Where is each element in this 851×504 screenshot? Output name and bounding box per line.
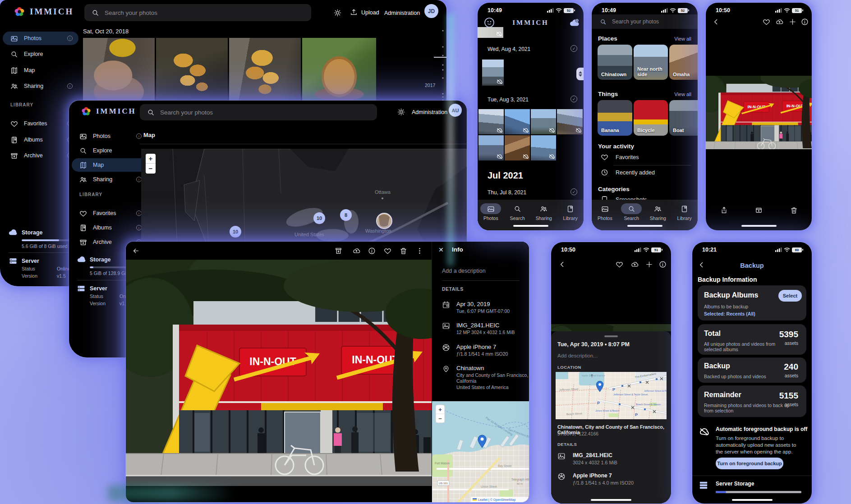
zoom-out-button[interactable]: − bbox=[146, 164, 156, 174]
home-indicator[interactable] bbox=[741, 225, 777, 227]
recently-added-row[interactable]: Recently added bbox=[601, 169, 655, 176]
kebab-menu-icon[interactable] bbox=[416, 247, 423, 255]
thing-card[interactable]: Boat bbox=[669, 100, 698, 136]
zoom-in-button[interactable]: + bbox=[438, 406, 442, 413]
photo-thumbnail[interactable] bbox=[478, 27, 503, 38]
places-view-all[interactable]: View all bbox=[674, 36, 691, 41]
nav-search[interactable]: Search bbox=[505, 203, 530, 221]
sidebar-item-archive[interactable]: Archivei bbox=[3, 149, 78, 162]
thing-card[interactable]: Bicycle bbox=[634, 100, 668, 136]
avatar[interactable]: JD bbox=[424, 4, 438, 18]
zoom-in-button[interactable]: + bbox=[146, 154, 156, 164]
home-indicator[interactable] bbox=[513, 225, 548, 227]
sidebar-item-explore[interactable]: Explore bbox=[72, 144, 147, 157]
back-chevron-icon[interactable] bbox=[712, 18, 720, 26]
trash-icon[interactable] bbox=[790, 206, 798, 214]
archive-icon[interactable] bbox=[755, 206, 763, 214]
add-icon[interactable] bbox=[789, 18, 796, 26]
photo-sliver[interactable] bbox=[551, 324, 671, 331]
cloud-upload-icon[interactable] bbox=[631, 261, 639, 268]
trash-icon[interactable] bbox=[400, 247, 407, 255]
photo-thumbnail[interactable] bbox=[302, 38, 376, 101]
photo-thumbnail[interactable] bbox=[478, 109, 504, 134]
app-logo[interactable]: IMMICH bbox=[81, 106, 136, 117]
location-map[interactable]: Hyde Street Harbor Jefferson Street The … bbox=[556, 372, 667, 419]
backup-cloud-icon[interactable] bbox=[569, 18, 580, 27]
sidebar-item-photos[interactable]: Photosi bbox=[72, 129, 147, 143]
heart-icon[interactable] bbox=[384, 247, 391, 255]
photo-main[interactable] bbox=[126, 260, 432, 486]
info-icon[interactable] bbox=[368, 247, 376, 255]
sidebar-item-favorites[interactable]: Favoritesi bbox=[72, 206, 147, 220]
select-group-checkbox[interactable] bbox=[570, 96, 577, 102]
info-circle-icon[interactable]: i bbox=[67, 83, 73, 89]
theme-toggle-icon[interactable] bbox=[397, 108, 405, 116]
close-icon[interactable]: ✕ bbox=[438, 246, 444, 253]
select-button[interactable]: Select bbox=[778, 290, 802, 302]
turn-on-foreground-backup-button[interactable]: Turn on foreground backup bbox=[716, 458, 783, 469]
nav-library[interactable]: Library bbox=[558, 203, 583, 221]
archive-icon[interactable] bbox=[335, 247, 342, 255]
add-icon[interactable] bbox=[645, 261, 653, 268]
map-zoom-control[interactable]: + − bbox=[146, 154, 156, 174]
heart-icon[interactable] bbox=[616, 261, 623, 268]
favorites-row[interactable]: Favorites bbox=[601, 153, 639, 161]
photo-thumbnail[interactable] bbox=[505, 109, 530, 134]
nav-sharing[interactable]: Sharing bbox=[531, 203, 557, 221]
photo-thumbnail[interactable] bbox=[505, 135, 530, 160]
cloud-upload-icon[interactable] bbox=[776, 18, 783, 26]
sidebar-item-map[interactable]: Map bbox=[3, 64, 78, 77]
description-input[interactable]: Add a description bbox=[442, 268, 486, 274]
sidebar-item-albums[interactable]: Albumsi bbox=[72, 221, 147, 234]
app-logo[interactable]: IMMICH bbox=[14, 6, 74, 18]
nav-photos[interactable]: Photos bbox=[592, 203, 617, 221]
nav-search[interactable]: Search bbox=[619, 203, 644, 221]
things-view-all[interactable]: View all bbox=[674, 92, 691, 97]
cloud-icon[interactable] bbox=[353, 247, 360, 255]
home-indicator[interactable] bbox=[732, 499, 773, 501]
nav-photos[interactable]: Photos bbox=[478, 203, 503, 221]
zoom-out-button[interactable]: − bbox=[438, 415, 442, 422]
info-circle-icon[interactable]: i bbox=[67, 36, 73, 41]
info-icon[interactable] bbox=[659, 261, 667, 268]
sidebar-item-map[interactable]: Map bbox=[72, 158, 147, 172]
photo-thumbnail[interactable] bbox=[557, 109, 583, 134]
place-card[interactable]: Chinatown bbox=[598, 45, 632, 80]
select-group-checkbox[interactable] bbox=[570, 188, 577, 195]
upload-button[interactable]: Upload bbox=[350, 9, 379, 16]
administration-link[interactable]: Administration bbox=[384, 10, 420, 16]
search-input[interactable]: Search your photos bbox=[592, 14, 698, 29]
sheet-drag-handle[interactable] bbox=[604, 335, 618, 337]
administration-link[interactable]: Administration bbox=[412, 109, 447, 115]
place-card[interactable]: Near north side bbox=[634, 45, 668, 80]
photo-thumbnail[interactable] bbox=[482, 60, 504, 86]
photo-main[interactable] bbox=[706, 76, 812, 149]
sidebar-item-favorites[interactable]: Favoritesi bbox=[3, 117, 78, 130]
back-chevron-icon[interactable] bbox=[558, 261, 566, 268]
location-map[interactable]: Pier 33 Alcatraz Landing San Francisco B… bbox=[432, 401, 529, 502]
select-group-checkbox[interactable] bbox=[570, 45, 577, 52]
info-circle-icon[interactable]: i bbox=[136, 133, 142, 139]
nav-library[interactable]: Library bbox=[672, 203, 697, 221]
home-indicator[interactable] bbox=[627, 225, 662, 227]
place-card[interactable]: Omaha bbox=[669, 45, 698, 80]
share-icon[interactable] bbox=[720, 206, 728, 214]
photo-thumbnail[interactable] bbox=[83, 38, 155, 101]
heart-icon[interactable] bbox=[763, 18, 770, 26]
nav-sharing[interactable]: Sharing bbox=[645, 203, 671, 221]
back-arrow-icon[interactable] bbox=[132, 247, 140, 255]
theme-toggle-icon[interactable] bbox=[334, 9, 341, 17]
info-icon[interactable] bbox=[801, 18, 809, 26]
sidebar-item-explore[interactable]: Explore bbox=[3, 47, 78, 61]
photo-thumbnail[interactable] bbox=[156, 38, 228, 101]
photo-thumbnail[interactable] bbox=[229, 38, 301, 101]
sidebar-item-sharing[interactable]: Sharingi bbox=[72, 173, 147, 186]
photo-thumbnail[interactable] bbox=[531, 135, 556, 160]
photo-thumbnail[interactable] bbox=[478, 135, 504, 160]
timeline-drag-handle[interactable] bbox=[576, 68, 584, 80]
photo-thumbnail[interactable] bbox=[531, 109, 556, 134]
thing-card[interactable]: Banana bbox=[598, 100, 632, 136]
search-input[interactable]: Search your photos bbox=[140, 104, 377, 120]
search-input[interactable]: Search your photos bbox=[84, 4, 311, 21]
home-indicator[interactable] bbox=[591, 499, 631, 501]
